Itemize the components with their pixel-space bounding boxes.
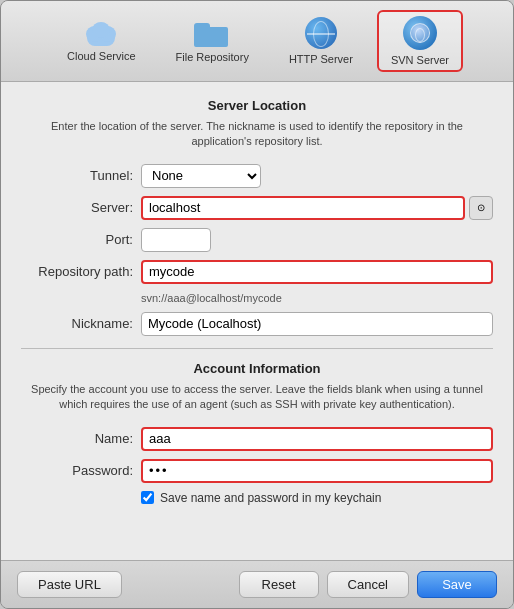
keychain-checkbox[interactable] [141, 491, 154, 504]
tunnel-select[interactable]: None [141, 164, 261, 188]
tunnel-control: None [141, 164, 493, 188]
toolbar-item-http-server[interactable]: HTTP Server [273, 9, 369, 73]
repo-path-label: Repository path: [21, 264, 141, 279]
keychain-label: Save name and password in my keychain [160, 491, 381, 505]
paste-url-button[interactable]: Paste URL [17, 571, 122, 598]
toolbar: Cloud Service File Repository HTTP Serve… [1, 1, 513, 82]
svn-icon [403, 16, 437, 50]
save-button[interactable]: Save [417, 571, 497, 598]
url-hint: svn://aaa@localhost/mycode [141, 292, 493, 304]
repo-path-input[interactable] [141, 260, 493, 284]
server-location-title: Server Location [21, 98, 493, 113]
name-input[interactable] [141, 427, 493, 451]
account-info-desc: Specify the account you use to access th… [21, 382, 493, 413]
server-row: Server: ⊙ [21, 196, 493, 220]
nickname-row: Nickname: [21, 312, 493, 336]
port-input[interactable] [141, 228, 211, 252]
repo-path-control [141, 260, 493, 284]
section-divider [21, 348, 493, 349]
keychain-row: Save name and password in my keychain [141, 491, 493, 505]
password-row: Password: [21, 459, 493, 483]
nickname-input[interactable] [141, 312, 493, 336]
name-control [141, 427, 493, 451]
tunnel-row: Tunnel: None [21, 164, 493, 188]
toolbar-item-file-repository[interactable]: File Repository [160, 11, 265, 71]
password-label: Password: [21, 463, 141, 478]
browse-button[interactable]: ⊙ [469, 196, 493, 220]
main-content: Server Location Enter the location of th… [1, 82, 513, 560]
password-control [141, 459, 493, 483]
repo-path-row: Repository path: [21, 260, 493, 284]
password-input[interactable] [141, 459, 493, 483]
svn-icon-inner [410, 23, 430, 43]
nickname-control [141, 312, 493, 336]
footer-left: Paste URL [17, 571, 122, 598]
toolbar-item-label-cloud: Cloud Service [67, 50, 135, 62]
toolbar-item-label-svn: SVN Server [391, 54, 449, 66]
port-row: Port: [21, 228, 493, 252]
server-location-desc: Enter the location of the server. The ni… [21, 119, 493, 150]
name-row: Name: [21, 427, 493, 451]
browse-icon: ⊙ [477, 202, 485, 213]
server-input[interactable] [141, 196, 465, 220]
footer-right: Reset Cancel Save [239, 571, 497, 598]
cloud-icon [83, 20, 119, 46]
cancel-button[interactable]: Cancel [327, 571, 409, 598]
name-label: Name: [21, 431, 141, 446]
port-label: Port: [21, 232, 141, 247]
toolbar-item-label-file-repo: File Repository [176, 51, 249, 63]
toolbar-item-cloud-service[interactable]: Cloud Service [51, 12, 151, 70]
server-label: Server: [21, 200, 141, 215]
toolbar-item-label-http: HTTP Server [289, 53, 353, 65]
globe-icon [305, 17, 337, 49]
tunnel-label: Tunnel: [21, 168, 141, 183]
port-control [141, 228, 493, 252]
account-info-title: Account Information [21, 361, 493, 376]
reset-button[interactable]: Reset [239, 571, 319, 598]
server-control: ⊙ [141, 196, 493, 220]
nickname-label: Nickname: [21, 316, 141, 331]
footer: Paste URL Reset Cancel Save [1, 560, 513, 608]
toolbar-item-svn-server[interactable]: SVN Server [377, 10, 463, 72]
folder-icon [194, 19, 230, 47]
